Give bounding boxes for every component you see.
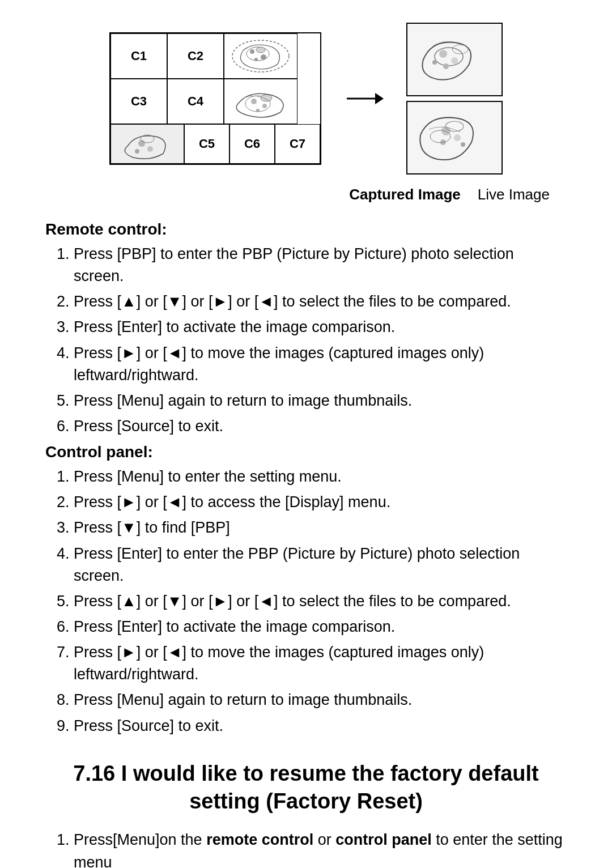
- svg-point-17: [435, 48, 463, 66]
- grid-cell-c4: C4: [167, 79, 224, 124]
- svg-point-12: [147, 146, 153, 152]
- remote-control-heading: Remote control:: [45, 220, 567, 239]
- svg-point-3: [261, 54, 266, 60]
- organism-svg-2: [227, 81, 295, 122]
- control-panel-heading: Control panel:: [45, 443, 567, 461]
- section-716: 7.16 I would like to resume the factory …: [45, 760, 567, 868]
- list-item: Press [►] or [◄] to move the images (cap…: [74, 342, 567, 386]
- svg-point-26: [445, 121, 464, 131]
- svg-point-7: [251, 99, 257, 104]
- control-panel-steps: Press [Menu] to enter the setting menu. …: [74, 466, 567, 737]
- grid-cell-c7: C7: [275, 124, 320, 164]
- organism-svg-1: [227, 36, 295, 76]
- page-content: C1 C2: [0, 0, 612, 868]
- list-item: Press[Menu]on the remote control or cont…: [74, 829, 567, 868]
- grid-cell-c3: C3: [110, 79, 167, 124]
- right-images: [406, 23, 503, 175]
- list-item: Press [Menu] again to return to image th…: [74, 390, 567, 412]
- caption-row: Captured Image Live Image: [45, 186, 567, 203]
- list-item: Press [Enter] to enter the PBP (Picture …: [74, 543, 567, 587]
- list-item: Press [PBP] to enter the PBP (Picture by…: [74, 243, 567, 287]
- svg-point-28: [461, 142, 465, 147]
- svg-point-13: [135, 149, 139, 154]
- svg-point-22: [432, 60, 437, 65]
- grid-diagram: C1 C2: [109, 32, 321, 165]
- comparison-arrow: [344, 84, 384, 113]
- list-item: Press [▼] to find [PBP]: [74, 517, 567, 539]
- svg-point-21: [452, 45, 468, 54]
- captured-image-box: [406, 23, 503, 96]
- live-image-box: [406, 101, 503, 175]
- svg-point-27: [430, 130, 450, 143]
- grid-image-top: [224, 33, 298, 79]
- grid-image-middle: [224, 79, 298, 124]
- grid-cell-c6: C6: [230, 124, 275, 164]
- svg-point-20: [443, 63, 449, 69]
- grid-cell-c1: C1: [110, 33, 167, 79]
- svg-point-5: [256, 47, 265, 53]
- list-item: Press [▲] or [▼] or [►] or [◄] to select…: [74, 590, 567, 612]
- list-item: Press [Source] to exit.: [74, 715, 567, 737]
- captured-image-svg: [412, 25, 497, 93]
- live-image-svg: [412, 104, 497, 172]
- list-item: Press [►] or [◄] to access the [Display]…: [74, 491, 567, 513]
- grid-cell-c2: C2: [167, 33, 224, 79]
- list-item: Press [Menu] again to return to image th…: [74, 689, 567, 711]
- section-716-title: 7.16 I would like to resume the factory …: [45, 760, 567, 816]
- svg-point-10: [261, 95, 272, 101]
- organism-svg-3: [113, 126, 181, 161]
- svg-point-9: [256, 109, 260, 112]
- svg-point-19: [451, 57, 458, 64]
- caption-captured: Captured Image: [349, 186, 461, 203]
- list-item: Press [▲] or [▼] or [►] or [◄] to select…: [74, 291, 567, 313]
- section-716-steps: Press[Menu]on the remote control or cont…: [74, 829, 567, 868]
- svg-point-8: [262, 104, 267, 108]
- svg-point-24: [454, 134, 461, 141]
- list-item: Press [Enter] to activate the image comp…: [74, 316, 567, 338]
- remote-control-steps: Press [PBP] to enter the PBP (Picture by…: [74, 243, 567, 437]
- list-item: Press [►] or [◄] to move the images (cap…: [74, 641, 567, 686]
- diagram-section: C1 C2: [45, 23, 567, 175]
- svg-point-18: [439, 50, 447, 58]
- svg-point-4: [254, 58, 258, 61]
- svg-marker-16: [375, 93, 384, 104]
- grid-cell-c5: C5: [184, 124, 230, 164]
- arrow-svg: [344, 84, 384, 113]
- list-item: Press [Source] to exit.: [74, 415, 567, 437]
- caption-live: Live Image: [478, 186, 550, 203]
- grid-image-bottom-left: [110, 124, 184, 164]
- remote-control-section: Remote control: Press [PBP] to enter the…: [45, 220, 567, 437]
- list-item: Press [Menu] to enter the setting menu.: [74, 466, 567, 488]
- list-item: Press [Enter] to activate the image comp…: [74, 616, 567, 638]
- svg-point-2: [250, 49, 254, 54]
- control-panel-section: Control panel: Press [Menu] to enter the…: [45, 443, 567, 737]
